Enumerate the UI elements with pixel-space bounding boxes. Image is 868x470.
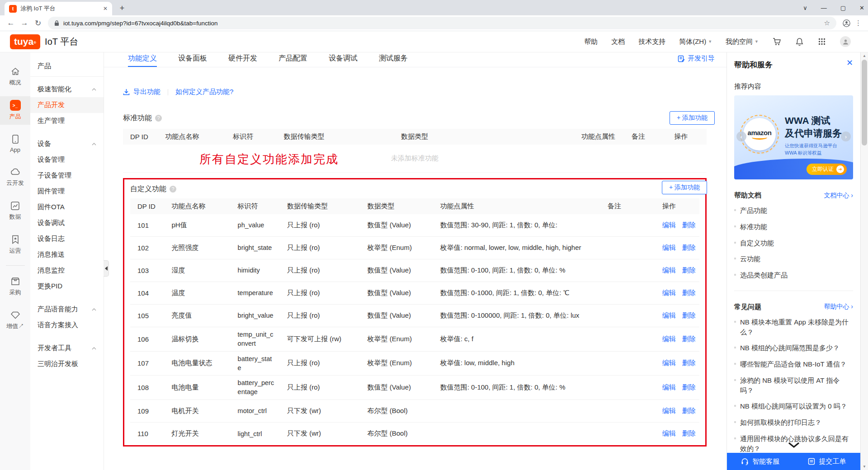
- certify-now-button[interactable]: 立即认证 ➜: [807, 164, 847, 175]
- window-maximize-icon[interactable]: ▢: [840, 5, 846, 11]
- faq-link[interactable]: 哪些智能产品适合做 NB-IoT 通信？: [734, 356, 853, 372]
- export-functions-link[interactable]: 导出功能: [133, 88, 160, 96]
- edit-link[interactable]: 编辑: [662, 383, 676, 392]
- doc-link[interactable]: 标准功能: [734, 219, 853, 235]
- tab-test-service[interactable]: 测试服务: [379, 52, 408, 67]
- nav-docs[interactable]: 文档: [611, 38, 625, 46]
- docs-center-link[interactable]: 文档中心 ›: [824, 192, 853, 200]
- edit-link[interactable]: 编辑: [662, 335, 676, 343]
- tab-device-debug[interactable]: 设备调试: [329, 52, 358, 67]
- add-custom-function-button[interactable]: + 添加功能: [662, 181, 707, 194]
- delete-link[interactable]: 删除: [682, 429, 696, 438]
- rail-item-cloud[interactable]: 云开发: [0, 163, 30, 191]
- delete-link[interactable]: 删除: [682, 383, 696, 392]
- how-to-define-link[interactable]: 如何定义产品功能?: [175, 88, 233, 96]
- edit-link[interactable]: 编辑: [662, 221, 676, 230]
- tab-device-panel[interactable]: 设备面板: [178, 52, 207, 67]
- submit-ticket-button[interactable]: 提交工单: [794, 453, 861, 470]
- submenu-group-voice[interactable]: 产品语音能力: [30, 301, 104, 317]
- submenu-item-production[interactable]: 生产管理: [30, 113, 104, 129]
- submenu-item-device-logs[interactable]: 设备日志: [30, 231, 104, 247]
- rail-item-operation[interactable]: 运营: [0, 230, 30, 259]
- doc-link[interactable]: 云功能: [734, 251, 853, 267]
- window-close-icon[interactable]: ✕: [859, 5, 864, 11]
- nav-my-space[interactable]: 我的空间▼: [726, 38, 759, 46]
- smart-service-button[interactable]: 智能客服: [727, 453, 794, 470]
- bell-icon[interactable]: [795, 37, 804, 46]
- carousel-next-icon[interactable]: ›: [841, 132, 851, 141]
- help-question-icon[interactable]: ?: [170, 186, 176, 193]
- edit-link[interactable]: 编辑: [662, 266, 676, 275]
- tab-close-icon[interactable]: ✕: [103, 5, 108, 12]
- rail-item-data[interactable]: 数据: [0, 197, 30, 225]
- nav-help[interactable]: 帮助: [584, 38, 598, 46]
- cart-icon[interactable]: [772, 37, 781, 46]
- edit-link[interactable]: 编辑: [662, 359, 676, 367]
- tab-search-icon[interactable]: ∨: [803, 5, 807, 11]
- delete-link[interactable]: 删除: [682, 311, 696, 320]
- rail-item-vas[interactable]: 增值↗: [0, 306, 30, 334]
- submenu-item-voice-access[interactable]: 语音方案接入: [30, 317, 104, 333]
- submenu-group-device[interactable]: 设备: [30, 136, 104, 152]
- scrollbar-up-icon[interactable]: ▲: [861, 54, 868, 58]
- carousel-prev-icon[interactable]: ‹: [736, 132, 746, 141]
- new-tab-button[interactable]: +: [116, 2, 128, 14]
- submenu-item-product-dev[interactable]: 产品开发: [30, 97, 104, 113]
- edit-link[interactable]: 编辑: [662, 244, 676, 252]
- faq-link[interactable]: NB 模组的心跳间隔范围是多少？: [734, 340, 853, 356]
- delete-link[interactable]: 删除: [682, 244, 696, 252]
- delete-link[interactable]: 删除: [682, 359, 696, 367]
- help-question-icon[interactable]: ?: [155, 115, 162, 122]
- submenu-item-sub-device[interactable]: 子设备管理: [30, 168, 104, 183]
- doc-link[interactable]: 产品功能: [734, 202, 853, 219]
- window-minimize-icon[interactable]: —: [821, 5, 827, 11]
- submenu-item-device-debug[interactable]: 设备调试: [30, 215, 104, 231]
- faq-link[interactable]: NB 模块本地重置 App 未移除是为什么？: [734, 314, 853, 340]
- edit-link[interactable]: 编辑: [662, 289, 676, 297]
- bookmark-star-icon[interactable]: ☆: [824, 19, 830, 27]
- apps-grid-icon[interactable]: [817, 37, 826, 46]
- scrollbar-down-icon[interactable]: ▼: [861, 465, 868, 469]
- tab-function-definition[interactable]: 功能定义: [128, 52, 157, 67]
- delete-link[interactable]: 删除: [682, 221, 696, 230]
- delete-link[interactable]: 删除: [682, 407, 696, 415]
- browser-menu-icon[interactable]: ⋮: [854, 17, 863, 29]
- back-icon[interactable]: ←: [5, 17, 17, 29]
- delete-link[interactable]: 删除: [682, 335, 696, 343]
- faq-link[interactable]: NB 模组心跳间隔可以设置为 0 吗？: [734, 398, 853, 414]
- scrollbar-thumb[interactable]: [862, 60, 867, 146]
- submenu-item-ota[interactable]: 固件OTA: [30, 199, 104, 215]
- forward-icon[interactable]: →: [18, 17, 31, 29]
- tuya-logo[interactable]: tuya®: [10, 34, 40, 49]
- rail-item-app[interactable]: App: [0, 130, 30, 157]
- dev-guide-link[interactable]: 开发引导: [678, 54, 715, 63]
- close-icon[interactable]: ✕: [846, 58, 853, 68]
- edit-link[interactable]: 编辑: [662, 311, 676, 320]
- rail-item-product[interactable]: >_ 产品: [0, 96, 30, 125]
- wwa-promo-banner[interactable]: amazon WWA 测试 及代申请服务 让您快速获得亚马逊平台 WWA 标识等…: [734, 95, 853, 179]
- submenu-item-sandwich-board[interactable]: 三明治开发板: [30, 356, 104, 372]
- faq-link[interactable]: 涂鸦的 NB 模块可以使用 AT 指令吗？: [734, 372, 853, 399]
- rail-item-purchase[interactable]: 采购: [0, 272, 30, 301]
- submenu-group-quick[interactable]: 极速智能化: [30, 81, 104, 97]
- submenu-item-device-mgmt[interactable]: 设备管理: [30, 152, 104, 168]
- browser-tab[interactable]: t 涂鸦 IoT 平台 ✕: [5, 2, 112, 15]
- submenu-item-firmware[interactable]: 固件管理: [30, 183, 104, 199]
- profile-icon[interactable]: [840, 17, 853, 29]
- add-standard-function-button[interactable]: + 添加功能: [670, 111, 715, 125]
- doc-link[interactable]: 选品类创建产品: [734, 267, 853, 283]
- submenu-item-change-pid[interactable]: 更换PID: [30, 278, 104, 294]
- rail-item-overview[interactable]: 概况: [0, 62, 30, 91]
- nav-language[interactable]: 简体(ZH)▼: [679, 38, 712, 46]
- delete-link[interactable]: 删除: [682, 289, 696, 297]
- submenu-item-message-push[interactable]: 消息推送: [30, 247, 104, 263]
- tab-product-config[interactable]: 产品配置: [278, 52, 307, 67]
- doc-link[interactable]: 自定义功能: [734, 235, 853, 251]
- scroll-down-chevron-icon[interactable]: [788, 442, 800, 450]
- edit-link[interactable]: 编辑: [662, 407, 676, 415]
- faq-link[interactable]: 如何抓取模块的打印日志？: [734, 414, 853, 431]
- refresh-icon[interactable]: ↻: [32, 17, 44, 29]
- submenu-item-message-monitor[interactable]: 消息监控: [30, 263, 104, 278]
- nav-support[interactable]: 技术支持: [638, 38, 665, 46]
- sidebar-collapse-handle[interactable]: [104, 260, 109, 277]
